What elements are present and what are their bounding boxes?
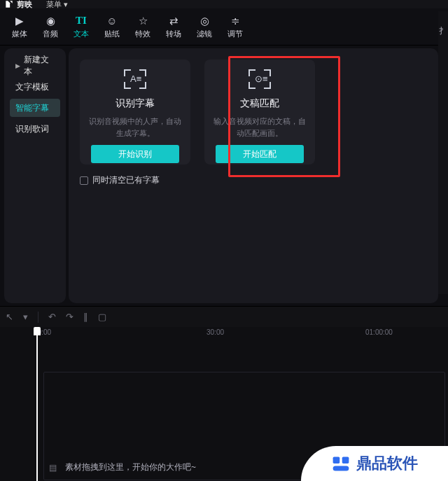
time-ruler[interactable]: 00:00 30:00 01:00:00 xyxy=(0,327,448,340)
tab-effects[interactable]: ☆特效 xyxy=(127,11,158,45)
expand-icon: ▶ xyxy=(15,62,20,69)
undo-button[interactable]: ↶ xyxy=(48,312,56,322)
tab-adjust[interactable]: ≑调节 xyxy=(220,11,251,45)
watermark-text: 鼎品软件 xyxy=(356,453,418,474)
tab-transitions[interactable]: ⇄转场 xyxy=(158,11,189,45)
adjust-icon: ≑ xyxy=(231,15,240,26)
watermark: 鼎品软件 xyxy=(301,446,448,481)
app-name: 剪映 xyxy=(17,0,32,10)
right-panel-handle-icon: 扌 xyxy=(439,25,447,37)
svg-rect-0 xyxy=(333,456,340,463)
effects-icon: ☆ xyxy=(139,15,148,26)
tab-stickers[interactable]: ☺贴纸 xyxy=(97,11,127,45)
title-bar: 剪映 菜单 ▾ xyxy=(0,0,448,8)
sidebar-item-smart-subtitle[interactable]: 智能字幕 xyxy=(10,99,60,117)
tab-audio[interactable]: ◉音频 xyxy=(35,11,66,45)
svg-rect-2 xyxy=(333,466,349,471)
ruler-tick: 01:00:00 xyxy=(365,328,393,336)
subtitle-frame-icon: A≡ xyxy=(124,69,146,89)
card-subtitle-title: 识别字幕 xyxy=(115,97,155,110)
redo-button[interactable]: ↷ xyxy=(66,312,74,322)
svg-rect-1 xyxy=(342,456,349,463)
menu-button[interactable]: 菜单 ▾ xyxy=(46,0,68,10)
media-placeholder-icon: ▤ xyxy=(49,463,57,473)
tutorial-highlight xyxy=(228,56,340,177)
dropzone-hint: 素材拖拽到这里，开始你的大作吧~ xyxy=(65,461,196,473)
timeline-toolbar: ↖ ▾ ↶ ↷ ∥ ▢ xyxy=(0,306,448,327)
text-icon: TI xyxy=(76,15,87,26)
ruler-tick: 30:00 xyxy=(206,328,224,336)
tab-filters[interactable]: ◎滤镜 xyxy=(189,11,220,45)
app-logo: 剪映 xyxy=(4,0,32,10)
tab-text[interactable]: TI文本 xyxy=(66,11,97,45)
delete-button[interactable]: ▢ xyxy=(98,312,106,322)
card-subtitle-desc: 识别音视频中的人声，自动生成字幕。 xyxy=(80,116,190,138)
menu-label: 菜单 xyxy=(46,0,62,10)
workspace: ▶新建文本 文字模板 智能字幕 识别歌词 A≡ 识别字幕 识别音视频中的人声，自… xyxy=(0,46,448,306)
sidebar-item-lyrics[interactable]: 识别歌词 xyxy=(10,120,60,138)
sidebar-item-templates[interactable]: 文字模板 xyxy=(10,78,60,96)
audio-icon: ◉ xyxy=(46,15,55,26)
pointer-tool[interactable]: ↖ xyxy=(6,312,13,322)
toolbar-divider xyxy=(38,312,38,323)
pointer-dropdown-icon[interactable]: ▾ xyxy=(23,312,28,322)
right-panel-edge[interactable]: 扌 xyxy=(438,11,448,294)
watermark-icon xyxy=(331,454,351,473)
dropzone-hint-row: ▤ 素材拖拽到这里，开始你的大作吧~ xyxy=(49,461,196,473)
top-tabs: ▶媒体 ◉音频 TI文本 ☺贴纸 ☆特效 ⇄转场 ◎滤镜 ≑调节 xyxy=(0,8,448,46)
text-sidebar: ▶新建文本 文字模板 智能字幕 识别歌词 xyxy=(4,48,66,303)
chevron-down-icon: ▾ xyxy=(64,0,68,9)
checkbox-clear-subtitles[interactable] xyxy=(80,176,88,185)
playhead[interactable] xyxy=(34,327,41,481)
sticker-icon: ☺ xyxy=(106,15,117,26)
media-icon: ▶ xyxy=(15,15,24,26)
playhead-line xyxy=(36,335,38,481)
split-button[interactable]: ∥ xyxy=(83,312,88,322)
playhead-handle[interactable] xyxy=(34,327,41,335)
filter-icon: ◎ xyxy=(200,15,209,26)
card-subtitle-recognition: A≡ 识别字幕 识别音视频中的人声，自动生成字幕。 开始识别 xyxy=(80,60,190,165)
checkbox-label: 同时清空已有字幕 xyxy=(92,174,160,186)
content-panel: A≡ 识别字幕 识别音视频中的人声，自动生成字幕。 开始识别 ⊙≡ 文稿匹配 输… xyxy=(69,48,438,303)
start-recognize-button[interactable]: 开始识别 xyxy=(91,145,179,163)
sidebar-item-new-text[interactable]: ▶新建文本 xyxy=(10,57,60,75)
logo-icon xyxy=(4,0,14,9)
transition-icon: ⇄ xyxy=(169,15,178,26)
tab-media[interactable]: ▶媒体 xyxy=(4,11,35,45)
